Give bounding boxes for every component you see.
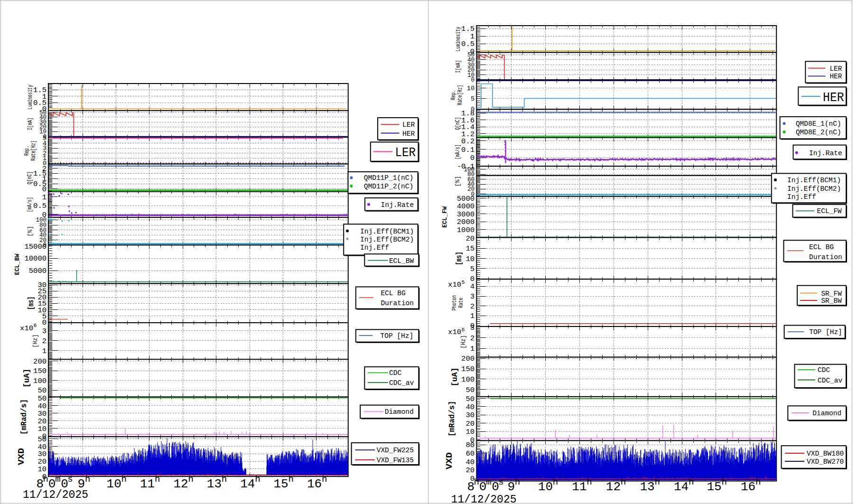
svg-text:10: 10 (467, 85, 475, 92)
svg-text:30: 30 (37, 410, 47, 418)
svg-text:2: 2 (470, 302, 475, 311)
svg-text:15000: 15000 (24, 243, 47, 251)
svg-text:[mRad/s]: [mRad/s] (19, 399, 28, 435)
svg-text:Inj.Rate: Inj.Rate (809, 149, 842, 157)
svg-text:10: 10 (37, 465, 47, 474)
svg-text:20: 20 (466, 466, 475, 475)
svg-text:0.2: 0.2 (461, 137, 475, 146)
svg-text:20: 20 (466, 234, 475, 243)
svg-text:h: h (155, 474, 160, 485)
svg-text:50: 50 (37, 394, 47, 403)
svg-text:50: 50 (467, 52, 475, 58)
svg-text:QMD11P_2(nC): QMD11P_2(nC) (364, 183, 413, 190)
svg-text:[mRad/s]: [mRad/s] (447, 401, 456, 437)
svg-text:0.5: 0.5 (461, 40, 475, 48)
svg-text:3: 3 (42, 327, 47, 336)
svg-text:40: 40 (37, 443, 47, 451)
svg-text:1: 1 (42, 193, 47, 202)
svg-text:Inj.Eff: Inj.Eff (787, 193, 816, 201)
svg-text:VXD: VXD (17, 448, 26, 465)
svg-text:16: 16 (307, 477, 322, 491)
svg-text:40: 40 (466, 458, 475, 467)
svg-text:4000: 4000 (457, 202, 475, 211)
svg-text:h: h (689, 477, 694, 487)
svg-text:1.5: 1.5 (33, 86, 47, 94)
svg-text:m: m (55, 474, 60, 485)
svg-text:x10: x10 (20, 324, 33, 333)
svg-text:[uA]: [uA] (450, 367, 459, 386)
svg-text:100: 100 (461, 375, 475, 384)
svg-text:x10: x10 (448, 280, 461, 289)
svg-text:[ms]: [ms] (455, 252, 464, 265)
svg-text:10000: 10000 (24, 254, 47, 263)
svg-text:HER: HER (823, 91, 844, 105)
svg-text:0.1: 0.1 (461, 146, 475, 154)
svg-text:TOP [Hz]: TOP [Hz] (809, 328, 842, 336)
svg-text:VXD_FW225: VXD_FW225 (377, 447, 414, 454)
svg-text:2000: 2000 (457, 218, 475, 226)
svg-text:h: h (288, 474, 293, 485)
svg-text:CDC_av: CDC_av (389, 379, 414, 387)
svg-text:Duration: Duration (381, 299, 414, 307)
svg-text:HER: HER (829, 73, 842, 80)
svg-text:h: h (755, 477, 761, 487)
svg-text:ECL BG: ECL BG (809, 243, 834, 251)
svg-text:[%]: [%] (27, 226, 34, 237)
svg-text:h: h (255, 474, 260, 485)
svg-text:150: 150 (33, 367, 47, 375)
svg-text:[mA/s]: [mA/s] (27, 197, 33, 212)
svg-text:1.5: 1.5 (461, 25, 475, 33)
svg-text:VXD: VXD (445, 452, 454, 469)
svg-text:x10: x10 (448, 328, 461, 336)
svg-text:1: 1 (470, 32, 475, 41)
svg-text:30: 30 (37, 450, 47, 458)
svg-text:Luminosity: Luminosity (27, 84, 34, 109)
svg-text:2: 2 (42, 165, 47, 173)
svg-text:11/12/2025: 11/12/2025 (23, 489, 88, 501)
svg-text:m: m (486, 477, 491, 487)
svg-text:[ms]: [ms] (27, 297, 36, 310)
svg-text:Inj.Eff: Inj.Eff (360, 244, 389, 252)
svg-text:I[mA]: I[mA] (27, 118, 34, 131)
svg-text:11: 11 (572, 480, 587, 494)
svg-text:30: 30 (37, 281, 47, 289)
svg-text:Rate[Hz]: Rate[Hz] (457, 85, 464, 105)
svg-text:15: 15 (273, 477, 288, 491)
svg-text:Diamond: Diamond (385, 408, 414, 416)
svg-text:20: 20 (37, 457, 47, 466)
svg-text:5: 5 (471, 95, 475, 103)
svg-text:CDC: CDC (818, 366, 830, 374)
svg-text:Inj.Eff(BCM1): Inj.Eff(BCM1) (787, 177, 841, 184)
svg-text:15: 15 (466, 244, 475, 253)
svg-text:HER: HER (402, 130, 415, 138)
svg-text:Rate[Hz]: Rate[Hz] (30, 140, 37, 161)
svg-text:LER: LER (829, 65, 842, 73)
svg-text:VXD_FW135: VXD_FW135 (377, 457, 414, 464)
svg-text:h: h (721, 477, 727, 487)
svg-text:h: h (474, 477, 479, 487)
svg-text:0.5: 0.5 (33, 202, 47, 210)
svg-text:h: h (121, 474, 127, 485)
svg-text:1000: 1000 (457, 226, 475, 234)
svg-text:14: 14 (674, 480, 689, 494)
svg-text:16: 16 (741, 480, 755, 494)
svg-text:2: 2 (470, 334, 475, 343)
svg-text:Inj.Eff(BCM2): Inj.Eff(BCM2) (787, 185, 841, 193)
svg-text:h: h (222, 474, 227, 485)
svg-text:Q[nC]: Q[nC] (455, 117, 461, 130)
svg-text:3: 3 (470, 292, 475, 301)
svg-text:10: 10 (37, 425, 47, 433)
svg-text:Rep.: Rep. (450, 90, 457, 100)
svg-text:11: 11 (140, 477, 155, 491)
svg-text:h: h (587, 477, 592, 487)
svg-text:5000: 5000 (29, 267, 47, 275)
svg-text:5: 5 (43, 135, 47, 142)
svg-text:13: 13 (207, 477, 222, 491)
svg-text:20: 20 (37, 417, 47, 426)
svg-text:QMD11P_1(nC): QMD11P_1(nC) (364, 174, 413, 182)
svg-text:2: 2 (42, 337, 47, 345)
svg-text:s: s (67, 474, 73, 485)
svg-text:h: h (188, 474, 193, 485)
svg-text:0: 0 (479, 480, 487, 494)
svg-text:ECL_FW: ECL_FW (817, 207, 842, 215)
